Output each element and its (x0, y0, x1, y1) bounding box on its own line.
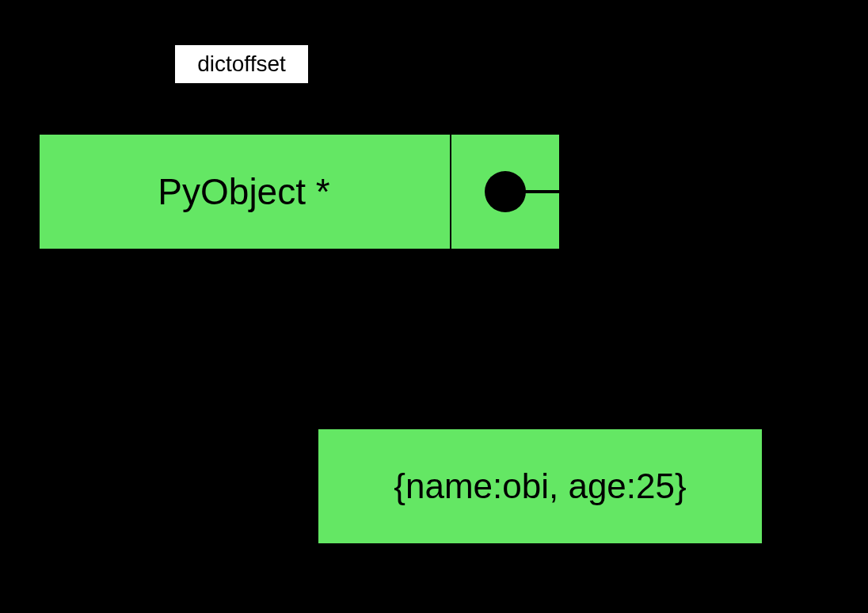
pointer-vline (615, 190, 618, 428)
bracket-line-left (40, 63, 174, 65)
bracket-tick-right (451, 55, 452, 119)
dictoffset-label: dictoffset (174, 44, 309, 84)
dict-box: {name:obi, age:25} (317, 428, 763, 545)
pointer-origin-dot (485, 171, 526, 212)
pyobject-box-divider (450, 133, 451, 250)
diagram-canvas: dictoffset PyObject * {name:obi, age:25} (0, 0, 868, 613)
bracket-line-right (309, 63, 451, 65)
pointer-hline (523, 190, 618, 193)
pyobject-label: PyObject * (38, 133, 450, 250)
bracket-tick-left (39, 55, 40, 119)
